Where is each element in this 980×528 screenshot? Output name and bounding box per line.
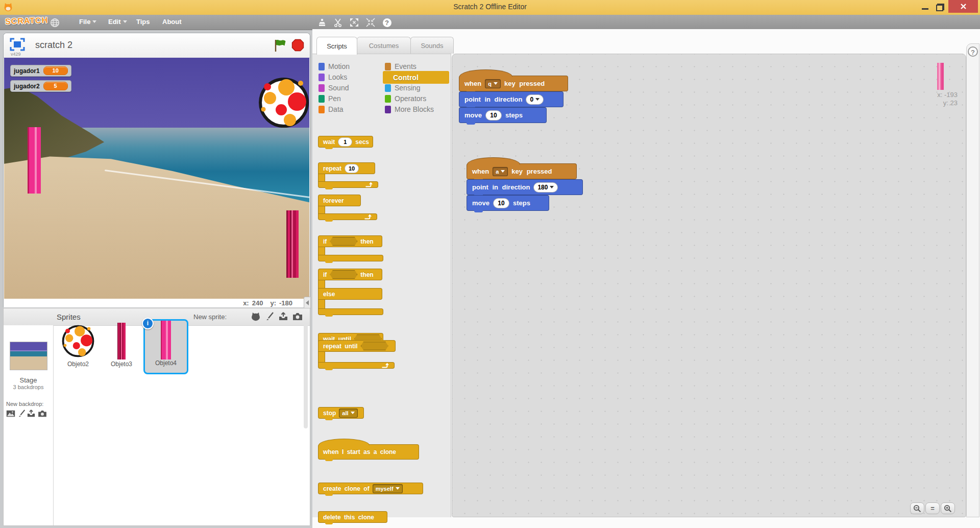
delete-scissors-icon[interactable] [332, 17, 344, 28]
tab-scripts[interactable]: Scripts [316, 37, 357, 55]
script2-move-steps[interactable]: move10steps [467, 195, 549, 211]
zoom-reset-button[interactable]: = [925, 502, 940, 514]
paint-new-sprite-icon[interactable] [264, 311, 276, 322]
script2-when-key-pressed[interactable]: whenakey pressed [467, 163, 577, 179]
menu-bar: SCRATCH File Edit Tips About ? [0, 15, 980, 30]
new-sprite-label: New sprite: [193, 313, 227, 321]
sprite-card-objeto3[interactable]: Objeto3 [100, 322, 143, 373]
block-create-clone[interactable]: create clone ofmyself [318, 483, 423, 494]
camera-sprite-icon[interactable] [291, 311, 304, 322]
zoom-in-button[interactable] [941, 502, 955, 514]
boolean-slot[interactable] [330, 237, 357, 246]
collapse-stage-button[interactable] [304, 297, 311, 309]
upload-sprite-icon[interactable] [277, 311, 289, 322]
menu-about[interactable]: About [162, 18, 182, 26]
sprite-card-objeto4-selected[interactable]: i Objeto4 [143, 319, 188, 374]
camera-backdrop-icon[interactable] [37, 409, 47, 418]
tab-sounds[interactable]: Sounds [410, 37, 454, 54]
category-swatch [318, 95, 325, 103]
script1-when-key-pressed[interactable]: whenqkey pressed [459, 76, 568, 91]
category-looks[interactable]: Looks [318, 72, 347, 82]
category-data[interactable]: Data [318, 104, 344, 114]
steps-input[interactable]: 10 [485, 110, 502, 121]
block-delete-clone[interactable]: delete this clone [318, 511, 387, 523]
sprite-position-readout: x: -193 y: 23 [913, 91, 958, 107]
script2-point-in-direction[interactable]: point in direction180 [467, 179, 583, 195]
block-if-then[interactable]: ifthen [318, 235, 383, 261]
block-forever[interactable]: forever [318, 195, 377, 220]
category-swatch [385, 84, 391, 92]
category-swatch [385, 95, 391, 103]
script1-move-steps[interactable]: move10steps [459, 107, 547, 123]
variable-jugador2[interactable]: jugador2 5 [10, 80, 71, 92]
block-repeat-until[interactable]: repeat until [318, 340, 396, 369]
grow-sprite-icon[interactable] [349, 17, 360, 28]
block-if-then-else[interactable]: ifthen else [318, 269, 383, 315]
close-button[interactable] [948, 0, 978, 13]
boolean-slot[interactable] [361, 342, 388, 350]
block-repeat[interactable]: repeat10 [318, 162, 378, 188]
stage-selector-column: Stage 3 backdrops New backdrop: [4, 325, 54, 525]
stop-button[interactable] [291, 39, 304, 52]
sprite-info-button[interactable]: i [142, 318, 154, 329]
key-dropdown[interactable]: q [485, 79, 501, 88]
category-swatch [385, 106, 391, 113]
menu-edit[interactable]: Edit [108, 18, 127, 26]
sprite-card-objeto2[interactable]: Objeto2 [57, 322, 100, 373]
direction-dropdown[interactable]: 180 [533, 182, 558, 193]
boolean-slot[interactable] [330, 270, 357, 279]
category-more-blocks[interactable]: More Blocks [385, 104, 434, 114]
minimize-button[interactable] [918, 0, 932, 13]
sprite-pink-bar-left[interactable] [28, 127, 41, 194]
stop-dropdown[interactable]: all [339, 409, 357, 418]
clone-target-dropdown[interactable]: myself [373, 484, 403, 493]
sprite-name: Objeto4 [155, 359, 177, 367]
backdrop-library-icon[interactable] [6, 409, 16, 418]
category-motion[interactable]: Motion [318, 61, 350, 71]
scripts-workspace[interactable]: whenqkey pressed point in direction0 mov… [452, 54, 966, 517]
stage-viewport[interactable]: jugador1 10 jugador2 5 [4, 58, 309, 299]
variable-jugador1[interactable]: jugador1 10 [10, 65, 71, 77]
sprites-scrollbar[interactable] [304, 324, 308, 428]
menu-file[interactable]: File [79, 18, 96, 26]
category-pen[interactable]: Pen [318, 93, 341, 104]
category-sound[interactable]: Sound [318, 83, 349, 93]
category-sensing[interactable]: Sensing [385, 83, 421, 93]
block-stop-all[interactable]: stopall [318, 407, 364, 419]
green-flag-button[interactable] [273, 38, 287, 53]
block-wait-secs[interactable]: wait1secs [318, 136, 373, 148]
zoom-out-button[interactable] [910, 502, 924, 514]
mouse-y-readout: y:-180 [270, 299, 292, 307]
stage-panel: v429 scratch 2 [3, 33, 310, 307]
sprite-ball[interactable] [258, 77, 309, 128]
category-control-selected[interactable]: Control [383, 71, 449, 84]
direction-dropdown[interactable]: 0 [526, 94, 544, 105]
sprite-pink-bar-right[interactable] [286, 210, 299, 278]
help-button[interactable]: ? [968, 46, 978, 57]
block-help-icon[interactable]: ? [381, 17, 393, 28]
language-globe-icon[interactable] [49, 17, 60, 28]
tab-costumes[interactable]: Costumes [357, 37, 411, 54]
paint-backdrop-icon[interactable] [17, 409, 27, 418]
fullscreen-icon[interactable] [10, 38, 25, 51]
steps-input[interactable]: 10 [493, 198, 509, 208]
project-title[interactable]: scratch 2 [35, 40, 72, 51]
restore-button[interactable] [934, 0, 947, 13]
upload-backdrop-icon[interactable] [26, 409, 36, 418]
help-strip: ? [966, 43, 979, 517]
chevron-down-icon [396, 487, 400, 490]
scratch-logo[interactable]: SCRATCH [5, 16, 48, 27]
key-dropdown[interactable]: a [493, 167, 508, 176]
shrink-sprite-icon[interactable] [365, 17, 376, 28]
script1-point-in-direction[interactable]: point in direction0 [459, 91, 564, 107]
menu-tips[interactable]: Tips [136, 18, 150, 26]
category-events[interactable]: Events [385, 61, 416, 71]
category-operators[interactable]: Operators [385, 93, 426, 104]
sprites-title: Sprites [57, 313, 81, 321]
duplicate-stamp-icon[interactable] [316, 17, 328, 28]
block-when-start-as-clone[interactable]: when I start as a clone [318, 444, 419, 460]
stage-thumbnail[interactable] [10, 342, 47, 370]
close-icon [960, 3, 967, 10]
minimize-icon [922, 8, 928, 10]
new-sprite-library-icon[interactable] [250, 311, 262, 322]
